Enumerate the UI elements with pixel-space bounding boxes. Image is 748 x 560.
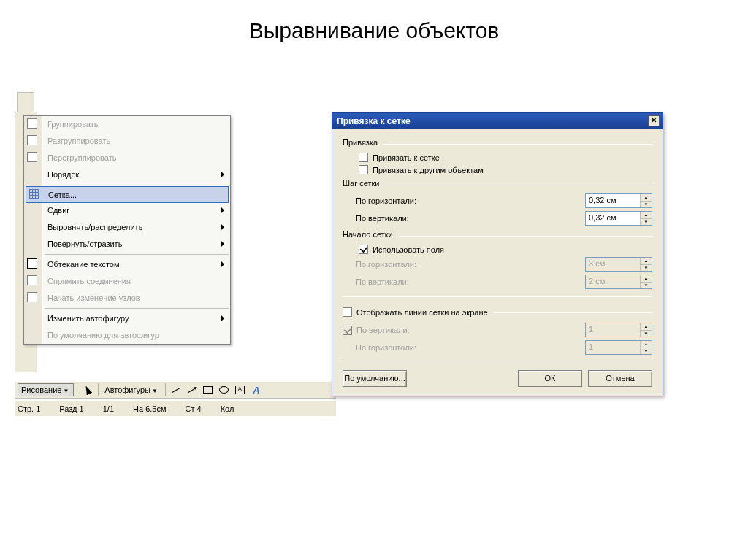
input-value: 0,32 см <box>586 194 640 207</box>
status-section: Разд 1 <box>59 404 83 413</box>
autoshapes-menu-button[interactable]: Автофигуры▼ <box>102 384 162 396</box>
rectangle-button[interactable] <box>201 383 215 397</box>
input-value: 1 <box>586 323 640 337</box>
menu-grid[interactable]: Сетка... <box>26 186 229 203</box>
vertical-spacing-input[interactable]: 0,32 см ▲▼ <box>585 211 652 226</box>
default-button[interactable]: По умолчанию... <box>343 370 407 387</box>
menu-change-autoshape[interactable]: Изменить автофигуру <box>24 310 230 327</box>
grid-settings-dialog: Привязка к сетке ✕ Привязка Привязать к … <box>332 112 663 396</box>
input-value: 2 см <box>586 275 640 288</box>
line-icon <box>172 387 181 393</box>
menu-label: Группировать <box>47 120 99 129</box>
input-value: 3 см <box>586 258 640 271</box>
close-button[interactable]: ✕ <box>648 115 660 126</box>
wordart-icon: A <box>253 385 259 396</box>
context-menu: Группировать Разгруппировать Перегруппир… <box>23 115 231 345</box>
display-horizontal-label: По горизонтали: <box>356 343 585 352</box>
drawing-menu-button[interactable]: Рисование▼ <box>18 383 74 396</box>
use-fields-checkbox[interactable] <box>359 245 368 254</box>
input-value: 0,32 см <box>586 212 640 225</box>
input-value: 1 <box>586 341 640 354</box>
menu-label: Обтекание текстом <box>47 260 120 269</box>
group-line <box>386 185 652 185</box>
regroup-icon <box>27 152 37 162</box>
menu-order[interactable]: Порядок <box>24 166 230 183</box>
dialog-titlebar: Привязка к сетке ✕ <box>332 113 663 129</box>
toolbar-separator <box>77 383 77 396</box>
grid-icon <box>29 189 39 199</box>
menu-label: Разгруппировать <box>47 137 110 145</box>
dialog-body: Привязка Привязать к сетке Привязать к д… <box>332 129 663 396</box>
status-col: Кол <box>221 404 234 413</box>
cursor-icon <box>83 385 92 395</box>
spinner-buttons: ▲▼ <box>640 323 652 337</box>
oval-icon <box>219 386 229 394</box>
toolbar-separator <box>165 383 166 396</box>
horizontal-spacing-input[interactable]: 0,32 см ▲▼ <box>585 193 652 208</box>
display-gridlines-label: Отображать линии сетки на экране <box>356 308 488 317</box>
dialog-button-row: По умолчанию... ОК Отмена <box>343 361 652 387</box>
textbox-icon <box>235 386 245 394</box>
snap-to-grid-checkbox[interactable] <box>359 153 368 162</box>
page-title: Выравнивание объектов <box>0 18 748 43</box>
drawing-label: Рисование <box>21 386 61 394</box>
snap-to-objects-checkbox[interactable] <box>359 165 368 174</box>
autoshapes-label: Автофигуры <box>104 386 150 394</box>
dialog-title-text: Привязка к сетке <box>337 116 411 126</box>
wordart-button[interactable]: A <box>249 383 264 397</box>
menu-editpoints: Начать изменение узлов <box>24 290 230 307</box>
line-button[interactable] <box>169 383 183 397</box>
status-bar: Стр. 1 Разд 1 1/1 На 6.5см Ст 4 Кол <box>15 400 336 416</box>
menu-align[interactable]: Выровнять/распределить <box>24 219 230 236</box>
snap-to-grid-label: Привязать к сетке <box>373 153 440 162</box>
spinner-buttons[interactable]: ▲▼ <box>640 212 652 225</box>
select-objects-button[interactable] <box>80 383 95 397</box>
divider <box>343 296 652 297</box>
menu-reroute: Спрямить соединения <box>24 273 230 290</box>
status-pages: 1/1 <box>103 404 114 413</box>
menu-nudge[interactable]: Сдвиг <box>24 202 230 219</box>
toolbar-separator <box>98 383 99 396</box>
left-panel: Группировать Разгруппировать Перегруппир… <box>15 88 336 416</box>
menu-separator <box>45 254 229 255</box>
menu-regroup: Перегруппировать <box>24 150 230 166</box>
cancel-button[interactable]: Отмена <box>588 370 652 387</box>
chevron-right-icon <box>221 172 224 177</box>
snap-to-objects-label: Привязать к другим объектам <box>373 166 484 174</box>
menu-separator <box>45 185 229 185</box>
menu-label: Выровнять/распределить <box>47 223 142 231</box>
chevron-down-icon: ▼ <box>61 388 70 394</box>
menu-rotate[interactable]: Повернуть/отразить <box>24 236 230 253</box>
display-gridlines-checkbox[interactable] <box>343 307 352 317</box>
status-line: Ст 4 <box>186 404 202 413</box>
menu-ungroup: Разгруппировать <box>24 133 230 150</box>
menu-textwrap[interactable]: Обтекание текстом <box>24 256 230 273</box>
textwrap-icon <box>27 258 37 269</box>
textbox-button[interactable] <box>233 383 248 397</box>
oval-button[interactable] <box>217 383 232 397</box>
display-vertical-label: По вертикали: <box>356 326 585 334</box>
spinner-buttons[interactable]: ▲▼ <box>640 194 652 207</box>
spinner-buttons: ▲▼ <box>640 275 652 288</box>
group-line <box>494 312 652 313</box>
group-icon <box>27 118 37 129</box>
spinner-buttons: ▲▼ <box>640 258 652 271</box>
ok-button[interactable]: ОК <box>518 370 582 387</box>
chevron-right-icon <box>221 207 224 213</box>
origin-horizontal-input: 3 см ▲▼ <box>585 257 652 272</box>
spacing-group-label: Шаг сетки <box>343 179 380 188</box>
chevron-right-icon <box>221 224 224 230</box>
close-icon: ✕ <box>651 116 657 124</box>
menu-label: Сетка... <box>48 191 77 199</box>
status-page: Стр. 1 <box>18 404 40 413</box>
origin-vertical-label: По вертикали: <box>356 277 585 286</box>
menu-group: Группировать <box>24 116 230 133</box>
snap-group-label: Привязка <box>343 138 378 147</box>
arrow-button[interactable] <box>185 383 199 397</box>
status-at: На 6.5см <box>133 404 166 413</box>
origin-group-label: Начало сетки <box>343 230 393 239</box>
arrow-icon <box>188 387 197 393</box>
menu-separator <box>45 308 229 309</box>
display-vertical-checkbox <box>343 326 352 335</box>
editpoints-icon <box>27 292 37 302</box>
